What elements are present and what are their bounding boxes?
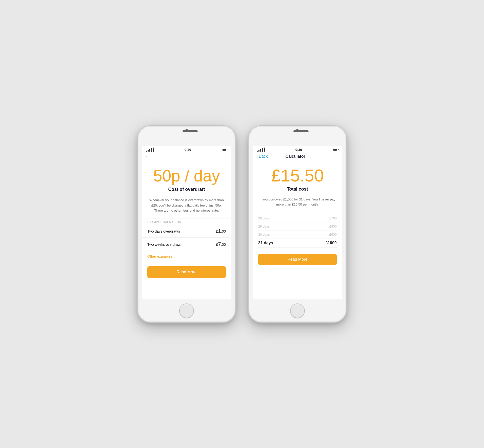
scene: 9:30 ‹ 50p / day Cost of overdraft Whene… bbox=[127, 110, 357, 338]
chevron-left-icon: ‹ bbox=[146, 154, 147, 159]
calculator-table: 28 days £700 29 days £800 30 days £900 3… bbox=[253, 212, 342, 250]
table-row: Two weeks overdrawn £7.00 bbox=[142, 238, 231, 251]
read-more-button-2[interactable]: Read More bbox=[258, 254, 337, 265]
phone-1: 9:30 ‹ 50p / day Cost of overdraft Whene… bbox=[137, 125, 236, 323]
days-col-active: 31 days bbox=[258, 241, 273, 245]
status-time-1: 9:30 bbox=[185, 148, 191, 152]
phone-2-screen: 9:30 ‹ Back Calculator £15.50 Total cost bbox=[253, 146, 342, 299]
nav-bar-2: ‹ Back Calculator bbox=[253, 153, 342, 161]
back-label-2: Back bbox=[259, 154, 268, 159]
section-label-1: EXAMPLE SCENARIOS bbox=[142, 218, 231, 225]
battery-icon-2 bbox=[333, 148, 338, 151]
hero-subtitle-1: Cost of overdraft bbox=[147, 187, 226, 192]
hero-subtitle-2: Total cost bbox=[258, 187, 337, 192]
days-col: 30 days bbox=[258, 233, 270, 236]
days-col: 28 days bbox=[258, 216, 270, 220]
read-more-button-1[interactable]: Read More bbox=[147, 266, 226, 278]
amount-col: £900 bbox=[329, 233, 337, 236]
hero-section-2: £15.50 Total cost bbox=[253, 161, 342, 194]
amount-col: £700 bbox=[329, 216, 337, 220]
power-button bbox=[235, 166, 236, 179]
phone-2-speaker bbox=[293, 130, 309, 132]
phone-speaker bbox=[183, 130, 198, 132]
screen-content-1[interactable]: 50p / day Cost of overdraft Whenever you… bbox=[142, 161, 231, 299]
row-value-2: £7.00 bbox=[216, 241, 226, 247]
amount-col-active: £1000 bbox=[326, 241, 337, 245]
phone-1-screen: 9:30 ‹ 50p / day Cost of overdraft Whene… bbox=[142, 146, 231, 299]
volume-button-1 bbox=[137, 159, 138, 168]
row-label-2: Two weeks overdrawn bbox=[147, 242, 183, 247]
status-bar-1: 9:30 bbox=[142, 146, 231, 153]
price-hero-2: £15.50 bbox=[258, 166, 337, 185]
volume-button-2 bbox=[137, 171, 138, 180]
hero-description-2: If you borrowed £1,000 for 31 days. You'… bbox=[253, 194, 342, 212]
table-row: 30 days £900 bbox=[258, 231, 337, 239]
table-row: 29 days £800 bbox=[258, 222, 337, 231]
table-row: 28 days £700 bbox=[258, 214, 337, 222]
hero-description-1: Whenever your balance is overdrawn by mo… bbox=[142, 195, 231, 218]
screen-content-2[interactable]: £15.50 Total cost If you borrowed £1,000… bbox=[253, 161, 342, 299]
hero-section-1: 50p / day Cost of overdraft bbox=[142, 161, 231, 195]
days-col: 29 days bbox=[258, 225, 270, 228]
signal-icon-2 bbox=[257, 148, 265, 152]
status-bar-2: 9:30 bbox=[253, 146, 342, 153]
home-button[interactable] bbox=[179, 303, 194, 318]
table-row: Two days overdrawn £1.00 bbox=[142, 225, 231, 238]
table-row-active: 31 days £1000 bbox=[258, 239, 337, 248]
signal-icon bbox=[146, 148, 154, 152]
chevron-left-icon-2: ‹ bbox=[257, 154, 258, 159]
back-button-1[interactable]: ‹ bbox=[146, 154, 147, 159]
price-hero-1: 50p / day bbox=[147, 167, 226, 185]
nav-title-2: Calculator bbox=[268, 154, 323, 159]
phone-2-power bbox=[346, 166, 347, 179]
battery-icon-1 bbox=[222, 148, 227, 151]
nav-bar-1: ‹ bbox=[142, 153, 231, 161]
row-value-1: £1.00 bbox=[216, 228, 226, 234]
phone-2-home[interactable] bbox=[290, 303, 305, 318]
back-button-2[interactable]: ‹ Back bbox=[257, 154, 268, 159]
status-time-2: 9:30 bbox=[295, 148, 302, 152]
phone-2-volume-2 bbox=[248, 171, 249, 180]
amount-col: £800 bbox=[329, 225, 337, 228]
other-examples-link[interactable]: Other examples... bbox=[142, 251, 231, 262]
phone-2-volume-1 bbox=[248, 159, 249, 168]
phone-2: 9:30 ‹ Back Calculator £15.50 Total cost bbox=[248, 125, 347, 323]
row-label-1: Two days overdrawn bbox=[147, 229, 180, 233]
